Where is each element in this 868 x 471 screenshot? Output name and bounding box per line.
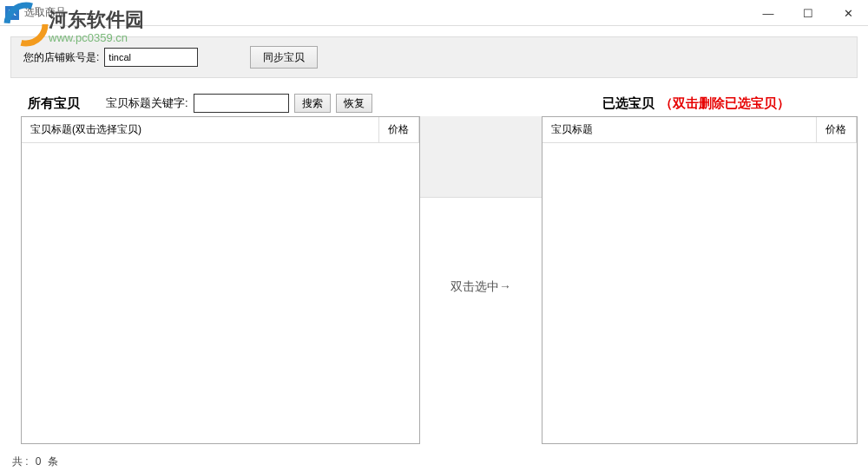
minimize-button[interactable]: —: [748, 0, 788, 26]
col-title: 宝贝标题(双击选择宝贝): [22, 117, 379, 142]
col-title: 宝贝标题: [542, 117, 817, 142]
window-title: 选取商品: [24, 5, 66, 20]
account-label: 您的店铺账号是:: [23, 50, 99, 65]
close-button[interactable]: ✕: [828, 0, 868, 26]
status-count: 0: [36, 455, 42, 468]
status-suffix: 条: [48, 455, 58, 469]
selected-items-table[interactable]: 宝贝标题 价格: [542, 116, 858, 444]
app-icon: fK: [5, 6, 19, 20]
filter-row: 所有宝贝 宝贝标题关键字: 搜索 恢复 已选宝贝 （双击删除已选宝贝）: [10, 94, 858, 113]
gap-filler: [420, 116, 542, 198]
account-panel: 您的店铺账号是: 同步宝贝: [10, 36, 858, 78]
table-body[interactable]: [542, 143, 857, 445]
double-click-hint: 双击选中→: [450, 279, 511, 295]
title-bar: fK 选取商品 — ☐ ✕: [0, 0, 868, 26]
table-header: 宝贝标题 价格: [542, 117, 857, 143]
keyword-label: 宝贝标题关键字:: [106, 95, 188, 111]
middle-gap: 双击选中→: [420, 116, 542, 444]
selected-items-hint: （双击删除已选宝贝）: [660, 95, 790, 112]
table-header: 宝贝标题(双击选择宝贝) 价格: [22, 117, 419, 143]
keyword-input[interactable]: [194, 94, 289, 113]
status-bar: 共 : 0 条: [0, 452, 868, 471]
col-price: 价格: [817, 117, 857, 142]
search-button[interactable]: 搜索: [294, 94, 331, 113]
all-items-table[interactable]: 宝贝标题(双击选择宝贝) 价格: [21, 116, 420, 444]
lists-row: 宝贝标题(双击选择宝贝) 价格 双击选中→ 宝贝标题 价格: [10, 116, 858, 444]
maximize-button[interactable]: ☐: [788, 0, 828, 26]
col-price: 价格: [379, 117, 419, 142]
table-body[interactable]: [22, 143, 419, 445]
sync-button[interactable]: 同步宝贝: [250, 46, 318, 69]
selected-items-header: 已选宝贝: [602, 95, 654, 112]
status-prefix: 共 :: [12, 455, 29, 469]
account-input[interactable]: [104, 48, 198, 67]
reset-button[interactable]: 恢复: [336, 94, 372, 113]
content-area: 您的店铺账号是: 同步宝贝 所有宝贝 宝贝标题关键字: 搜索 恢复 已选宝贝 （…: [0, 26, 868, 452]
all-items-header: 所有宝贝: [28, 95, 80, 112]
